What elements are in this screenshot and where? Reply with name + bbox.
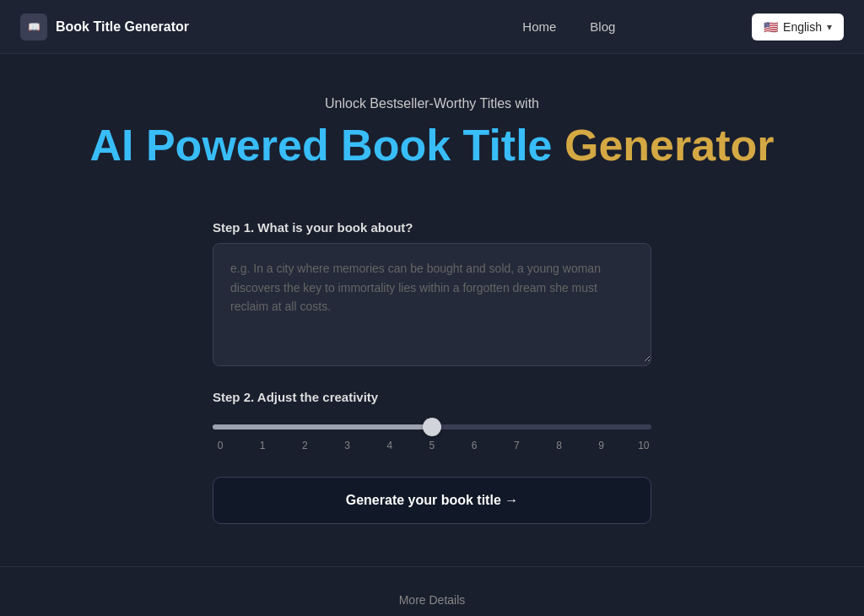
nav-link-home[interactable]: Home	[522, 19, 556, 34]
hero-title-generator-text: Generator	[564, 121, 775, 170]
flag-icon: 🇺🇸	[764, 20, 778, 34]
navbar: 📖 Book Title Generator Home Blog 🇺🇸 Engl…	[0, 0, 864, 54]
slider-tick-1: 1	[256, 440, 268, 451]
textarea-container	[213, 243, 651, 366]
slider-wrapper	[213, 418, 651, 433]
slider-tick-7: 7	[510, 440, 522, 451]
creativity-slider[interactable]	[213, 424, 651, 430]
more-details-section: More Details	[0, 566, 864, 616]
nav-title: Book Title Generator	[56, 19, 189, 35]
nav-link-blog[interactable]: Blog	[590, 19, 615, 34]
slider-tick-3: 3	[342, 440, 354, 451]
slider-tick-6: 6	[468, 440, 480, 451]
slider-tick-2: 2	[299, 440, 310, 451]
slider-tick-0: 0	[214, 440, 226, 451]
slider-tick-8: 8	[554, 440, 565, 451]
chevron-down-icon: ▾	[827, 21, 832, 33]
nav-links: Home Blog	[386, 19, 753, 34]
logo-area: 📖 Book Title Generator	[20, 14, 386, 41]
slider-tick-10: 10	[638, 440, 650, 451]
hero-title-ai-text: AI Powered Book Title	[89, 121, 564, 170]
generate-button[interactable]: Generate your book title →	[213, 477, 651, 524]
language-selector[interactable]: 🇺🇸 English ▾	[752, 14, 844, 41]
more-details-label: More Details	[399, 593, 466, 607]
hero-section: Unlock Bestseller-Worthy Titles with AI …	[0, 54, 864, 195]
hero-title: AI Powered Book Title Generator	[17, 122, 847, 170]
slider-tick-4: 4	[384, 440, 396, 451]
lang-label: English	[783, 20, 822, 34]
slider-labels: 0 1 2 3 4 5 6 7 8 9 10	[213, 440, 651, 451]
logo-icon: 📖	[20, 14, 47, 41]
slider-tick-5: 5	[426, 440, 438, 451]
hero-subtitle: Unlock Bestseller-Worthy Titles with	[17, 96, 847, 111]
book-about-textarea[interactable]	[213, 244, 651, 362]
slider-container: 0 1 2 3 4 5 6 7 8 9 10	[213, 418, 651, 451]
step2-label: Step 2. Adjust the creativity	[213, 390, 651, 404]
step1-label: Step 1. What is your book about?	[213, 220, 651, 235]
form-section: Step 1. What is your book about? Step 2.…	[196, 220, 668, 549]
slider-tick-9: 9	[596, 440, 608, 451]
